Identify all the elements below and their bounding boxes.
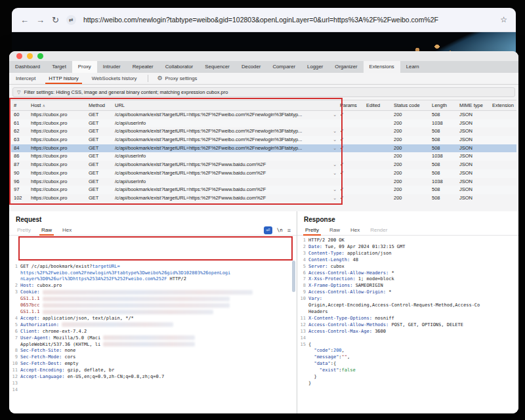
code-line: https:%2F%2Fweibo.com%2Fnewlogin%3Ftabty… bbox=[9, 270, 297, 277]
cell-mime-type: JSON bbox=[457, 119, 490, 128]
main-tab-extensions[interactable]: Extensions bbox=[364, 61, 400, 73]
proxy-settings-button[interactable]: ⚙ Proxy settings bbox=[153, 73, 201, 84]
main-tab-sequencer[interactable]: Sequencer bbox=[199, 61, 236, 73]
url-expand-chevron-icon[interactable]: ⌄ bbox=[333, 194, 337, 203]
editor-menu-icon[interactable]: ≡ bbox=[287, 227, 291, 234]
request-tab-hex[interactable]: Hex bbox=[57, 225, 77, 235]
code-line: 8X-Frame-Options: SAMEORIGIN bbox=[297, 283, 518, 289]
response-editor[interactable]: 1HTTP/2 200 OK2Date: Tue, 09 Apr 2024 01… bbox=[297, 236, 518, 413]
minimize-window-button[interactable] bbox=[27, 53, 33, 59]
table-row[interactable]: 96https://cubox.proGET/c/api/userInfo200… bbox=[11, 178, 516, 186]
table-row[interactable]: 61https://cubox.proGET/c/api/userInfo200… bbox=[11, 119, 516, 128]
url-expand-chevron-icon[interactable]: ⌄ bbox=[333, 169, 337, 178]
code-line: 14 bbox=[9, 387, 297, 394]
cell-host: https://cubox.pro bbox=[28, 186, 86, 194]
table-row[interactable]: 62https://cubox.proGET/c/api/bookmark/ex… bbox=[11, 127, 516, 136]
code-line: 6Client: chrome-ext-7.4.2 bbox=[9, 329, 297, 335]
request-scrollbar[interactable] bbox=[292, 261, 295, 292]
cell-params: ✓ bbox=[337, 161, 364, 169]
wrap-toggle-icon[interactable]: ⏎ bbox=[264, 226, 272, 234]
cell-edited bbox=[364, 111, 391, 119]
table-row[interactable]: 60https://cubox.proGET/c/api/bookmark/ex… bbox=[11, 111, 516, 119]
bookmark-star-icon[interactable]: ☆ bbox=[500, 15, 507, 24]
close-window-button[interactable] bbox=[16, 53, 22, 59]
code-line: 11X-Content-Type-Options: nosniff bbox=[297, 316, 518, 322]
cell-params: ✓ bbox=[337, 186, 364, 194]
cell-mime-type: JSON bbox=[457, 186, 490, 194]
request-tab-pretty[interactable]: Pretty bbox=[12, 225, 36, 235]
message-editor-panels: Request PrettyRawHex ⏎ \n ≡ 1GET /c/api/… bbox=[9, 211, 518, 413]
sub-tab-websockets-history[interactable]: WebSockets history bbox=[85, 73, 144, 84]
code-line: AppleWebKit/537.36 (KHTML, li bbox=[9, 342, 297, 348]
code-line: "message":"", bbox=[297, 354, 518, 361]
table-row[interactable]: 90https://cubox.proGET/c/api/bookmark/ex… bbox=[11, 169, 516, 178]
url-expand-chevron-icon[interactable]: ⌄ bbox=[333, 161, 337, 169]
column-header-edited[interactable]: Edited bbox=[364, 100, 391, 110]
column-header-params[interactable]: Params bbox=[337, 100, 364, 110]
request-editor[interactable]: 1GET /c/api/bookmark/exist?targetURL=htt… bbox=[9, 236, 297, 413]
main-tab-organizer[interactable]: Organizer bbox=[329, 61, 363, 73]
cell-url: /c/api/userInfo bbox=[112, 119, 337, 128]
response-tab-pretty[interactable]: Pretty bbox=[300, 225, 324, 235]
filter-settings-bar[interactable]: ▽ Filter settings: Hiding CSS, image and… bbox=[12, 87, 515, 97]
column-header-extension[interactable]: Extension bbox=[490, 100, 518, 110]
response-tab-raw[interactable]: Raw bbox=[324, 225, 345, 235]
table-row[interactable]: 86https://cubox.proGET/c/api/userInfo200… bbox=[11, 152, 516, 161]
newline-toggle-icon[interactable]: \n bbox=[277, 227, 283, 233]
main-tab-decoder[interactable]: Decoder bbox=[236, 61, 266, 73]
main-tab-comparer[interactable]: Comparer bbox=[266, 61, 301, 73]
column-header--[interactable]: # bbox=[11, 100, 28, 110]
column-header-url[interactable]: URL bbox=[112, 100, 337, 110]
cell-params bbox=[337, 178, 364, 186]
url-expand-chevron-icon[interactable]: ⌄ bbox=[333, 144, 337, 153]
tune-icon[interactable]: ⇄ bbox=[66, 15, 76, 25]
cell-edited bbox=[364, 144, 391, 153]
cell-params bbox=[337, 152, 364, 161]
url-expand-chevron-icon[interactable]: ⌄ bbox=[333, 136, 337, 144]
burp-window: DashboardTargetProxyIntruderRepeaterColl… bbox=[9, 51, 518, 413]
cell-status-code: 200 bbox=[391, 136, 429, 144]
response-tab-render[interactable]: Render bbox=[365, 225, 392, 235]
maximize-window-button[interactable] bbox=[37, 53, 43, 59]
main-tab-repeater[interactable]: Repeater bbox=[127, 61, 159, 73]
main-tab-target[interactable]: Target bbox=[46, 61, 72, 73]
cell-extension bbox=[490, 178, 518, 186]
cell-extension bbox=[490, 144, 518, 153]
subtab-divider bbox=[148, 75, 148, 82]
main-tab-collaborator[interactable]: Collaborator bbox=[159, 61, 199, 73]
table-row[interactable]: 63https://cubox.proGET/c/api/bookmark/ex… bbox=[11, 136, 516, 144]
back-icon[interactable]: ← bbox=[20, 16, 29, 24]
main-tab-proxy[interactable]: Proxy bbox=[72, 61, 97, 73]
column-header-mime-type[interactable]: MIME type bbox=[457, 100, 490, 110]
table-row[interactable]: 102https://cubox.proGET/c/api/bookmark/e… bbox=[11, 194, 516, 203]
url-expand-chevron-icon[interactable]: ⌄ bbox=[333, 111, 337, 119]
main-tab-logger[interactable]: Logger bbox=[301, 61, 329, 73]
code-line: 4Accept: application/json, text/plain, *… bbox=[9, 316, 297, 322]
table-row[interactable]: 84https://cubox.proGET/c/api/bookmark/ex… bbox=[11, 144, 516, 153]
sub-tab-intercept[interactable]: Intercept bbox=[9, 73, 42, 84]
column-header-method[interactable]: Method bbox=[86, 100, 112, 110]
table-row[interactable]: 97https://cubox.proGET/c/api/bookmark/ex… bbox=[11, 186, 516, 194]
cell--: 86 bbox=[11, 152, 28, 161]
url-expand-chevron-icon[interactable]: ⌄ bbox=[333, 186, 337, 194]
response-tab-hex[interactable]: Hex bbox=[345, 225, 365, 235]
cell-host: https://cubox.pro bbox=[28, 111, 86, 119]
cell-url: /c/api/bookmark/exist?targetURL=https:%2… bbox=[112, 111, 337, 119]
url-expand-chevron-icon[interactable]: ⌄ bbox=[333, 127, 337, 136]
code-line: 2Date: Tue, 09 Apr 2024 01:32:15 GMT bbox=[297, 244, 518, 251]
column-header-status-code[interactable]: Status code bbox=[391, 100, 429, 110]
reload-icon[interactable]: ↻ bbox=[52, 16, 59, 24]
cell-mime-type: JSON bbox=[457, 169, 490, 178]
cell-host: https://cubox.pro bbox=[28, 136, 86, 144]
cell-host: https://cubox.pro bbox=[28, 152, 86, 161]
sub-tab-http-history[interactable]: HTTP history bbox=[42, 73, 85, 84]
column-header-host[interactable]: Host∧ bbox=[28, 100, 86, 110]
table-row[interactable]: 87https://cubox.proGET/c/api/bookmark/ex… bbox=[11, 161, 516, 169]
request-tab-raw[interactable]: Raw bbox=[36, 225, 57, 235]
main-tab-intruder[interactable]: Intruder bbox=[97, 61, 127, 73]
column-header-length[interactable]: Length bbox=[429, 100, 457, 110]
main-tab-learn[interactable]: Learn bbox=[400, 61, 425, 73]
main-tab-dashboard[interactable]: Dashboard bbox=[9, 61, 46, 73]
url-input[interactable]: https://weibo.com/newlogin?tabtype=weibo… bbox=[83, 16, 493, 24]
forward-icon[interactable]: → bbox=[36, 16, 45, 24]
